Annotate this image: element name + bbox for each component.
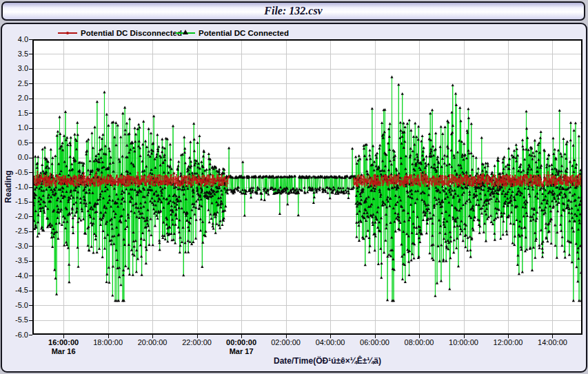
y-tick-label: -5.0	[8, 301, 28, 310]
y-tick-mark	[29, 335, 32, 335]
x-tick-label: 10:00:00	[442, 338, 486, 347]
x-tick-label: 18:00:00	[86, 338, 130, 347]
y-tick-mark	[29, 187, 32, 188]
x-tick-label: 12:00:00	[486, 338, 530, 347]
y-tick-mark	[29, 231, 32, 232]
y-tick-label: 3.5	[8, 50, 28, 59]
y-tick-label: -6.0	[8, 331, 28, 340]
y-tick-mark	[29, 98, 32, 99]
x-tick-label: 00:00:00	[219, 338, 263, 347]
y-tick-label: 2.0	[8, 94, 28, 103]
y-tick-label: 2.5	[8, 79, 28, 88]
window-title: File: 132.csv	[264, 5, 322, 17]
y-tick-label: -4.0	[8, 271, 28, 280]
y-tick-mark	[29, 305, 32, 306]
x-tick-label: 08:00:00	[397, 338, 441, 347]
window-title-bar[interactable]: File: 132.csv	[1, 1, 585, 21]
y-tick-label: 0.0	[8, 153, 28, 162]
y-tick-label: 1.0	[8, 123, 28, 132]
y-tick-label: 1.5	[8, 109, 28, 118]
legend-item-disconnected[interactable]: Potential DC Disconnected	[58, 28, 182, 38]
y-tick-label: -2.5	[8, 227, 28, 236]
y-tick-mark	[29, 143, 32, 143]
y-tick-label: -3.5	[8, 256, 28, 265]
x-axis-title: Date/Time(ÖÐ¹ú±ê×¼Ê±¼ä)	[76, 356, 579, 366]
green-line-triangle-icon	[176, 28, 195, 38]
x-tick-label: 02:00:00	[264, 338, 308, 347]
y-tick-label: 0.5	[8, 138, 28, 147]
y-tick-mark	[29, 172, 32, 173]
y-tick-label: -2.0	[8, 212, 28, 221]
legend-item-connected[interactable]: Potential DC Connected	[176, 28, 289, 38]
y-tick-label: -1.0	[8, 183, 28, 191]
y-tick-mark	[29, 113, 32, 114]
y-tick-label: -0.5	[8, 168, 28, 177]
y-tick-mark	[29, 39, 32, 40]
y-tick-mark	[29, 158, 32, 158]
y-tick-label: 4.0	[8, 35, 28, 44]
y-tick-mark	[29, 202, 32, 202]
x-tick-sublabel: Mar 17	[219, 347, 263, 356]
y-tick-mark	[29, 216, 32, 217]
x-tick-label: 06:00:00	[353, 338, 397, 347]
red-line-dot-icon	[58, 28, 77, 38]
x-tick-label: 16:00:00	[41, 338, 85, 347]
legend-label-connected: Potential DC Connected	[199, 29, 289, 37]
y-tick-label: -3.0	[8, 242, 28, 251]
y-tick-mark	[29, 69, 32, 70]
x-tick-label: 14:00:00	[530, 338, 574, 347]
chart-plot-area[interactable]	[32, 39, 582, 335]
y-tick-mark	[29, 246, 32, 247]
y-tick-mark	[29, 128, 32, 129]
legend-label-disconnected: Potential DC Disconnected	[81, 29, 182, 37]
y-tick-label: -1.5	[8, 197, 28, 206]
y-tick-label: -5.5	[8, 315, 28, 324]
y-tick-label: -4.5	[8, 286, 28, 295]
y-tick-mark	[29, 54, 32, 54]
y-tick-mark	[29, 320, 32, 321]
x-tick-label: 20:00:00	[130, 338, 174, 347]
x-tick-sublabel: Mar 16	[41, 347, 85, 356]
y-tick-mark	[29, 291, 32, 291]
x-tick-label: 04:00:00	[308, 338, 352, 347]
y-tick-mark	[29, 276, 32, 276]
y-tick-mark	[29, 261, 32, 262]
x-tick-label: 22:00:00	[175, 338, 219, 347]
y-tick-mark	[29, 83, 32, 84]
y-tick-label: 3.0	[8, 64, 28, 73]
